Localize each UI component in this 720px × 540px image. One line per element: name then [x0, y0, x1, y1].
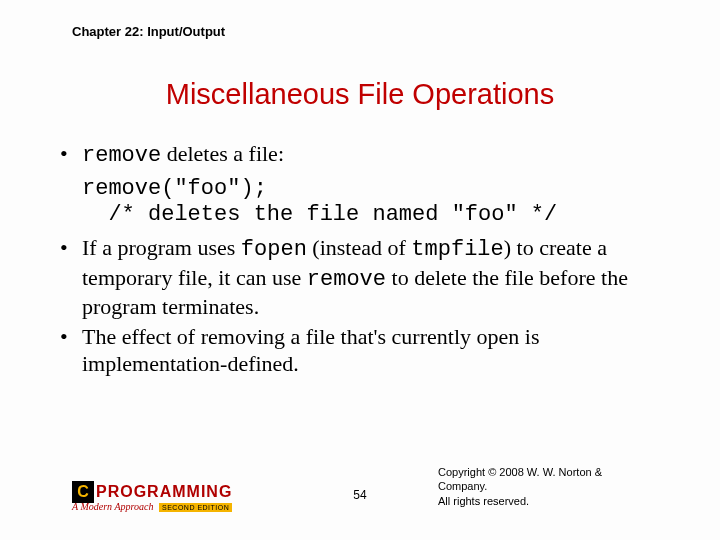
logo-subtitle-text: A Modern Approach: [72, 501, 153, 512]
copyright-line-1: Copyright © 2008 W. W. Norton & Company.: [438, 465, 648, 494]
chapter-label: Chapter 22: Input/Output: [72, 24, 225, 39]
bullet-3: The effect of removing a file that's cur…: [56, 323, 664, 378]
code-inline-remove: remove: [82, 143, 161, 168]
slide-title: Miscellaneous File Operations: [0, 78, 720, 111]
bullet-1: remove deletes a file:: [56, 140, 664, 170]
logo-edition-badge: SECOND EDITION: [159, 503, 232, 512]
copyright: Copyright © 2008 W. W. Norton & Company.…: [438, 465, 648, 508]
bullet-1-text: deletes a file:: [161, 141, 284, 166]
copyright-line-2: All rights reserved.: [438, 494, 648, 508]
code-inline-fopen: fopen: [241, 237, 307, 262]
footer: CPROGRAMMING A Modern Approach SECOND ED…: [0, 468, 720, 512]
slide-content: remove deletes a file: remove("foo"); /*…: [56, 140, 664, 380]
bullet-2-b: (instead of: [307, 235, 411, 260]
bullet-3-text: The effect of removing a file that's cur…: [82, 324, 539, 377]
logo-subtitle: A Modern Approach SECOND EDITION: [72, 501, 232, 512]
code-line-1: remove("foo");: [82, 176, 267, 201]
code-block: remove("foo"); /* deletes the file named…: [82, 176, 664, 229]
code-line-2: /* deletes the file named "foo" */: [82, 202, 557, 227]
bullet-2-a: If a program uses: [82, 235, 241, 260]
code-inline-tmpfile: tmpfile: [411, 237, 503, 262]
code-inline-remove2: remove: [307, 267, 386, 292]
bullet-2: If a program uses fopen (instead of tmpf…: [56, 234, 664, 321]
